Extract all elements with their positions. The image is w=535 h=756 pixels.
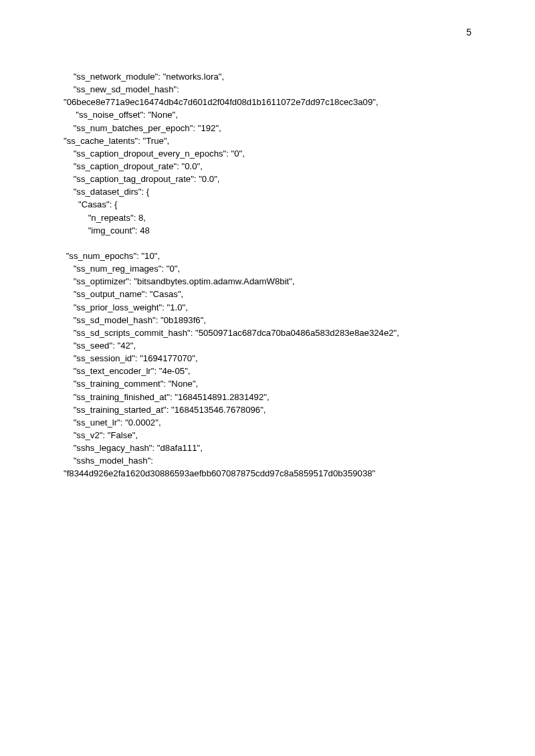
page-number: 5 bbox=[466, 27, 471, 37]
document-page: 5 "ss_network_module": "networks.lora", … bbox=[0, 0, 535, 756]
config-text-block: "ss_network_module": "networks.lora", "s… bbox=[64, 70, 471, 480]
